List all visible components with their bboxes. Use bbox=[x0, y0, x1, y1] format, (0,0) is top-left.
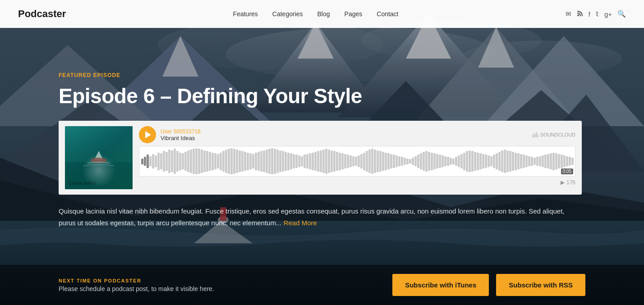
waveform-bar bbox=[166, 152, 168, 171]
waveform-bar bbox=[287, 153, 290, 170]
waveform-bar bbox=[460, 154, 463, 169]
waveform-bar bbox=[214, 153, 216, 169]
waveform-bar bbox=[301, 156, 303, 167]
nav-features[interactable]: Features bbox=[233, 10, 258, 18]
nav-pages[interactable]: Pages bbox=[345, 10, 363, 18]
waveform-bar bbox=[404, 158, 406, 165]
play-icon-small: ▶ bbox=[561, 179, 565, 186]
waveform-bar bbox=[455, 157, 457, 166]
waveform-bar bbox=[182, 153, 184, 169]
waveform-bar bbox=[285, 152, 287, 171]
svg-point-26 bbox=[577, 14, 579, 16]
next-time-section: NEXT TIME ON PODCASTER Please schedule a… bbox=[59, 278, 214, 292]
read-more-link[interactable]: Read More bbox=[284, 219, 317, 227]
twitter-icon[interactable]: 𝕥 bbox=[596, 10, 599, 18]
waveform-bar bbox=[406, 159, 409, 164]
waveform-bar bbox=[298, 155, 300, 167]
player-header: User 500533718 Vibrant Ideas SOUNDCLOU bbox=[139, 126, 575, 143]
waveform-bar bbox=[431, 153, 433, 170]
waveform-bar bbox=[528, 156, 530, 167]
waveform-bar bbox=[450, 158, 452, 165]
waveform-bar bbox=[247, 153, 249, 170]
waveform-bar bbox=[217, 154, 219, 169]
waveform-bar bbox=[179, 153, 181, 170]
waveform-bar bbox=[366, 151, 368, 172]
waveform-bar bbox=[458, 155, 460, 167]
waveform-bar bbox=[333, 151, 336, 172]
waveform-display[interactable]: 0:05 bbox=[139, 146, 575, 177]
waveform-bar bbox=[266, 150, 268, 173]
nav-blog[interactable]: Blog bbox=[317, 10, 330, 18]
player-username[interactable]: User 500533718 bbox=[161, 128, 201, 135]
waveform-bar bbox=[320, 150, 322, 173]
waveform-bar bbox=[571, 158, 574, 165]
soundcloud-label: SOUNDCLOUD bbox=[540, 132, 575, 137]
waveform-bar bbox=[176, 151, 179, 172]
waveform-bar bbox=[409, 159, 411, 164]
time-badge: 0:05 bbox=[561, 168, 573, 174]
waveform-bar bbox=[471, 151, 474, 172]
waveform-bar bbox=[325, 149, 327, 173]
player-footer: ▶ 176 bbox=[139, 179, 575, 186]
bottom-bar: NEXT TIME ON PODCASTER Please schedule a… bbox=[0, 265, 644, 305]
waveform-bars[interactable] bbox=[139, 146, 575, 176]
waveform-bar bbox=[506, 150, 509, 173]
nav-categories[interactable]: Categories bbox=[272, 10, 303, 18]
google-plus-icon[interactable]: g+ bbox=[604, 10, 612, 18]
waveform-bar bbox=[236, 150, 238, 173]
next-time-label: NEXT TIME ON PODCASTER bbox=[59, 278, 214, 283]
soundcloud-logo: SOUNDCLOUD bbox=[532, 132, 575, 137]
subscribe-rss-button[interactable]: Subscribe with RSS bbox=[496, 274, 585, 296]
waveform-bar bbox=[201, 150, 203, 173]
waveform-bar bbox=[379, 151, 382, 172]
waveform-bar bbox=[339, 153, 341, 170]
waveform-bar bbox=[558, 154, 560, 169]
waveform-bar bbox=[523, 155, 525, 168]
svg-point-29 bbox=[91, 158, 107, 163]
waveform-bar bbox=[436, 154, 438, 169]
cookie-policy-link[interactable]: Cookie policy bbox=[69, 181, 95, 186]
waveform-bar bbox=[520, 154, 522, 169]
site-logo[interactable]: Podcaster bbox=[18, 8, 66, 20]
waveform-bar bbox=[290, 153, 292, 169]
waveform-bar bbox=[482, 154, 484, 169]
waveform-bar bbox=[255, 153, 257, 170]
waveform-bar bbox=[225, 150, 227, 173]
waveform-bar bbox=[371, 149, 373, 173]
waveform-bar bbox=[314, 152, 317, 171]
waveform-bar bbox=[414, 156, 417, 167]
waveform-bar bbox=[509, 151, 511, 172]
subscribe-itunes-button[interactable]: Subscribe with iTunes bbox=[392, 274, 489, 296]
waveform-bar bbox=[258, 152, 260, 171]
waveform-bar bbox=[550, 153, 552, 169]
waveform-bar bbox=[141, 159, 143, 164]
waveform-bar bbox=[147, 155, 149, 168]
nav-contact[interactable]: Contact bbox=[377, 10, 398, 18]
waveform-bar bbox=[534, 158, 536, 165]
waveform-bar bbox=[187, 150, 189, 173]
play-button[interactable] bbox=[139, 126, 156, 143]
waveform-bar bbox=[525, 155, 528, 167]
waveform-bar bbox=[198, 149, 200, 173]
waveform-bar bbox=[544, 155, 547, 168]
waveform-bar bbox=[249, 153, 252, 169]
waveform-bar bbox=[195, 148, 198, 175]
waveform-bar bbox=[312, 153, 314, 170]
waveform-bar bbox=[555, 153, 557, 169]
header-social-icons: ✉ f 𝕥 g+ 🔍 bbox=[566, 10, 626, 18]
rss-icon[interactable] bbox=[577, 10, 583, 18]
player-track-name: Vibrant Ideas bbox=[161, 135, 201, 141]
waveform-bar bbox=[152, 154, 154, 169]
waveform-bar bbox=[423, 152, 425, 171]
waveform-bar bbox=[322, 150, 325, 173]
waveform-bar bbox=[390, 154, 392, 169]
search-icon[interactable]: 🔍 bbox=[617, 10, 626, 18]
waveform-bar bbox=[401, 157, 403, 166]
waveform-bar bbox=[393, 155, 395, 168]
player-user-details: User 500533718 Vibrant Ideas bbox=[161, 128, 201, 141]
waveform-bar bbox=[336, 152, 338, 171]
facebook-icon[interactable]: f bbox=[589, 10, 590, 18]
subscribe-buttons: Subscribe with iTunes Subscribe with RSS bbox=[392, 274, 585, 296]
email-icon[interactable]: ✉ bbox=[566, 10, 571, 18]
waveform-bar bbox=[417, 155, 419, 168]
